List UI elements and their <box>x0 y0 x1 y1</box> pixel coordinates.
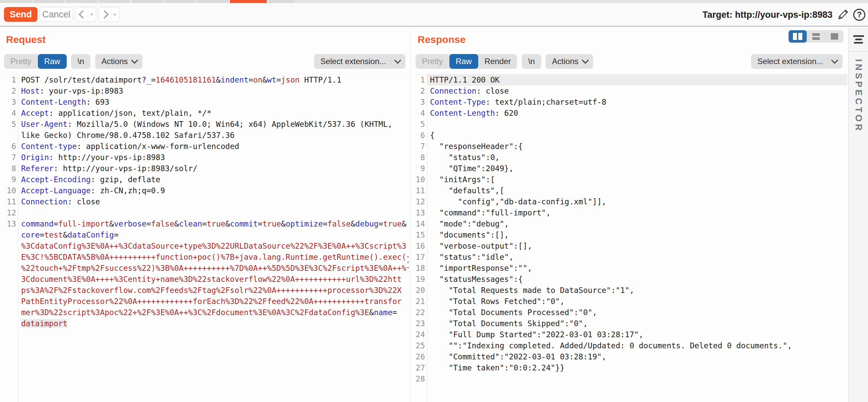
code-line[interactable]: 22 "Total Documents Processed":"0", <box>411 307 847 318</box>
panel-resize-handle[interactable] <box>406 256 409 268</box>
collapse-bars-icon <box>853 35 864 37</box>
line-number: 4 <box>3 108 18 119</box>
code-line[interactable]: 10 "initArgs":[ <box>411 174 847 185</box>
line-content: Accept-Language: zh-CN,zh;q=0.9 <box>18 185 410 196</box>
code-line[interactable]: 1HTTP/1.1 200 OK <box>411 75 847 86</box>
tab-raw[interactable]: Raw <box>38 54 67 69</box>
target-label: Target: http://your-vps-ip:8983 <box>703 10 833 20</box>
code-line[interactable]: E%3C!%5BCDATA%5B%0A++++++++++function+po… <box>3 252 410 263</box>
code-line[interactable]: 25 "":"Indexing completed. Added/Updated… <box>411 340 847 351</box>
line-number <box>3 296 18 307</box>
help-icon[interactable]: ? <box>853 9 865 21</box>
inspector-collapse-button[interactable] <box>849 27 868 52</box>
tab-pretty[interactable]: Pretty <box>4 54 38 69</box>
dropdown-arrow-icon[interactable]: ▾ <box>90 12 93 18</box>
line-content: E%3C!%5BCDATA%5B%0A++++++++++function+po… <box>18 252 410 263</box>
code-line[interactable]: 24 "Full Dump Started":"2022-03-01 03:28… <box>411 329 847 340</box>
code-line[interactable]: 7 "responseHeader":{ <box>411 141 847 152</box>
code-line[interactable]: 14 "mode":"debug", <box>411 219 847 230</box>
code-line[interactable]: 12 "config","db-data-config.xml"]], <box>411 196 847 207</box>
inspector-sidebar[interactable]: INSPECTOR <box>848 27 868 402</box>
line-number: 21 <box>411 296 427 307</box>
tab-render[interactable]: Render <box>478 54 518 69</box>
line-number: 10 <box>411 174 427 185</box>
code-line[interactable]: 18 "importResponse":"", <box>411 263 847 274</box>
code-line[interactable]: mer%3D%22script%3Apoc%22+%2F%3E%0A++%3C%… <box>3 307 410 318</box>
code-line[interactable]: 28 <box>411 373 847 384</box>
code-line[interactable]: core=test&dataConfig= <box>3 230 410 240</box>
response-editor[interactable]: 1HTTP/1.1 200 OK2Connection: close3Conte… <box>411 74 847 402</box>
code-line[interactable]: 6{ <box>411 130 847 141</box>
code-line[interactable]: 2Connection: close <box>411 86 847 97</box>
line-content: Content-Length: 620 <box>427 108 847 119</box>
code-line[interactable]: 16 "verbose-output":[], <box>411 240 847 252</box>
code-line[interactable]: 5User-Agent: Mozilla/5.0 (Windows NT 10.… <box>3 119 410 130</box>
code-line[interactable]: 19 "statusMessages":{ <box>411 274 847 285</box>
line-content: 3Cdocument%3E%0A++++%3Centity+name%3D%22… <box>18 274 410 285</box>
code-line[interactable]: ps%3A%2F%2Fstackoverflow.com%2Ffeeds%2Ft… <box>3 285 410 296</box>
code-line[interactable]: 8 "status":0, <box>411 152 847 163</box>
code-line[interactable]: 3Content-Type: text/plain;charset=utf-8 <box>411 97 847 108</box>
actions-menu-button[interactable]: Actions <box>95 54 143 69</box>
code-line[interactable]: 3Content-Length: 693 <box>3 97 410 108</box>
layout-single-button[interactable] <box>826 30 843 42</box>
code-line[interactable]: 11Connection: close <box>3 196 410 207</box>
code-line[interactable]: 1POST /solr/test/dataimport?_=1646105181… <box>3 75 410 86</box>
request-panel-title: Request <box>6 34 45 45</box>
actions-menu-button[interactable]: Actions <box>546 54 593 69</box>
layout-columns-button[interactable] <box>788 30 807 42</box>
code-line[interactable]: 10Accept-Language: zh-CN,zh;q=0.9 <box>3 185 410 196</box>
code-line[interactable]: 4Accept: application/json, text/plain, *… <box>3 108 410 119</box>
line-content: like Gecko) Chrome/98.0.4758.102 Safari/… <box>18 130 410 141</box>
code-line[interactable]: 23 "Total Documents Skipped":"0", <box>411 318 847 329</box>
line-content <box>427 373 847 384</box>
code-line[interactable]: 8Referer: http://your-vps-ip:8983/solr/ <box>3 163 410 174</box>
code-line[interactable]: 4Content-Length: 620 <box>411 108 847 119</box>
code-line[interactable]: 15 "documents":[], <box>411 230 847 240</box>
line-number: 13 <box>3 219 18 230</box>
code-line[interactable]: 9 "QTime":2049}, <box>411 163 847 174</box>
line-number <box>3 263 18 274</box>
line-number: 28 <box>411 373 427 384</box>
code-line[interactable]: %3CdataConfig%3E%0A++%3CdataSource+type%… <box>3 240 410 252</box>
code-line[interactable]: 2Host: your-vps-ip:8983 <box>3 86 410 97</box>
code-line[interactable]: 17 "status":"idle", <box>411 252 847 263</box>
next-message-button[interactable]: ▾ <box>98 7 119 22</box>
tab-pretty[interactable]: Pretty <box>415 54 450 69</box>
request-editor[interactable]: 1POST /solr/test/dataimport?_=1646105181… <box>3 74 410 402</box>
code-line[interactable]: dataimport <box>3 318 410 329</box>
select-extension-dropdown[interactable]: Select extension... <box>314 54 405 69</box>
code-line[interactable]: 3Cdocument%3E%0A++++%3Centity+name%3D%22… <box>3 274 410 285</box>
code-line[interactable]: like Gecko) Chrome/98.0.4758.102 Safari/… <box>3 130 410 141</box>
code-line[interactable]: %22touch+%2Ftmp%2Fsuccess%22)%3B%0A+++++… <box>3 263 410 274</box>
tab-raw[interactable]: Raw <box>450 54 478 69</box>
code-line[interactable]: 9Accept-Encoding: gzip, deflate <box>3 174 410 185</box>
code-line[interactable]: 11 "defaults",[ <box>411 185 847 196</box>
code-line[interactable]: 20 "Total Requests made to DataSource":"… <box>411 285 847 296</box>
code-line[interactable]: 13 "command":"full-import", <box>411 207 847 219</box>
tab-newline[interactable]: \n <box>71 54 91 69</box>
code-line[interactable]: 7Origin: http://your-vps-ip:8983 <box>3 152 410 163</box>
line-number: 26 <box>411 351 427 363</box>
code-line[interactable]: PathEntityProcessor%22%0A++++++++++++for… <box>3 296 410 307</box>
line-number <box>3 274 18 285</box>
prev-message-button[interactable]: ▾ <box>75 7 96 22</box>
cancel-button[interactable]: Cancel <box>39 7 73 22</box>
code-line[interactable]: 26 "Committed":"2022-03-01 03:28:19", <box>411 351 847 363</box>
line-number: 6 <box>411 130 427 141</box>
code-line[interactable]: 12 <box>3 207 410 219</box>
line-content: Accept-Encoding: gzip, deflate <box>18 174 410 185</box>
tab-newline[interactable]: \n <box>522 54 541 69</box>
pencil-icon[interactable] <box>837 9 849 21</box>
code-line[interactable]: 6Content-type: application/x-www-form-ur… <box>3 141 410 152</box>
code-line[interactable]: 5 <box>411 119 847 130</box>
code-line[interactable]: 21 "Total Rows Fetched":"0", <box>411 296 847 307</box>
panel-divider <box>410 27 410 402</box>
dropdown-arrow-icon[interactable]: ▾ <box>113 12 116 18</box>
code-line[interactable]: 27 "Time taken":"0:0:2.24"}} <box>411 363 847 373</box>
send-button[interactable]: Send <box>4 7 37 22</box>
code-line[interactable]: 13command=full-import&verbose=false&clea… <box>3 219 410 230</box>
line-number <box>3 240 18 252</box>
select-extension-dropdown[interactable]: Select extension... <box>751 54 842 69</box>
layout-rows-button[interactable] <box>807 30 825 42</box>
